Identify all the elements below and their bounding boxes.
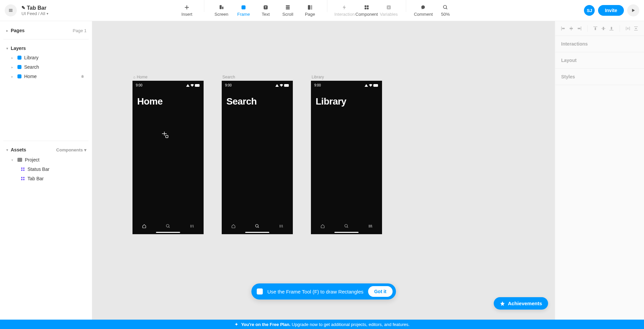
chevron-down-icon: ▾ <box>5 148 9 152</box>
svg-rect-31 <box>195 84 200 87</box>
play-button[interactable] <box>627 4 639 16</box>
frame-tool[interactable]: Frame <box>232 4 255 17</box>
styles-panel-header[interactable]: Styles <box>555 69 644 85</box>
layout-panel-header[interactable]: Layout <box>555 52 644 69</box>
bolt-icon <box>342 4 347 11</box>
svg-rect-56 <box>581 26 581 30</box>
svg-rect-63 <box>611 27 612 29</box>
svg-rect-16 <box>367 5 369 7</box>
layer-item-library[interactable]: ▸ Library <box>5 53 87 62</box>
svg-rect-26 <box>23 170 24 171</box>
page-tool[interactable]: Page <box>299 4 321 17</box>
layers-section-header[interactable]: ▾Layers <box>5 46 87 51</box>
svg-text:x: x <box>388 6 390 9</box>
component-tool[interactable]: Component <box>356 4 378 17</box>
pages-section-header[interactable]: ▸Pages Page 1 <box>5 28 87 33</box>
tab-library[interactable] <box>269 218 293 234</box>
home-indicator-icon <box>80 74 85 78</box>
distribute-v-icon[interactable] <box>633 26 639 31</box>
upgrade-banner[interactable]: ✦ You're on the Free Plan. Upgrade now t… <box>0 320 644 329</box>
align-hcenter-icon[interactable] <box>569 26 574 31</box>
svg-rect-52 <box>561 26 561 30</box>
artboard-frame[interactable]: 9:00Home <box>132 81 204 234</box>
left-sidebar: ▸Pages Page 1 ▾Layers ▸ Library ▸ <box>0 21 92 320</box>
svg-rect-58 <box>593 26 597 27</box>
asset-folder-project[interactable]: ▾ Project <box>5 155 87 164</box>
align-right-icon[interactable] <box>577 26 582 31</box>
svg-line-42 <box>282 225 282 227</box>
tab-home[interactable] <box>222 218 246 234</box>
tab-home[interactable] <box>132 218 156 234</box>
asset-component-status-bar[interactable]: Status Bar <box>5 164 87 174</box>
screen-title: Search <box>226 96 257 107</box>
component-icon <box>364 4 369 11</box>
design-canvas[interactable]: ⌂Home9:00HomeSearch9:00SearchLibrary9:00… <box>92 21 555 320</box>
distribute-h-icon[interactable] <box>625 26 631 31</box>
magnifier-icon <box>443 4 448 11</box>
layer-item-search[interactable]: ▸ Search <box>5 62 87 72</box>
artboard-search[interactable]: Search9:00Search <box>222 75 293 234</box>
svg-rect-53 <box>562 28 565 29</box>
artboard-home[interactable]: ⌂Home9:00Home <box>132 75 204 234</box>
svg-point-32 <box>166 224 169 227</box>
chevron-down-icon: ▾ <box>84 147 87 152</box>
topbar: ✎ Tab Bar UI Feed / All ▾ Insert Screen <box>0 0 644 21</box>
chevron-down-icon: ▾ <box>11 158 15 162</box>
interaction-tool: Interaction <box>333 4 356 17</box>
svg-rect-43 <box>373 84 378 87</box>
comment-tool[interactable]: Comment <box>412 4 434 17</box>
comment-icon <box>421 4 426 11</box>
svg-rect-65 <box>630 26 630 30</box>
align-bottom-icon[interactable] <box>609 26 614 31</box>
align-left-icon[interactable] <box>560 26 566 31</box>
home-indicator <box>156 232 180 233</box>
main-menu-button[interactable] <box>5 4 17 16</box>
artboard-label[interactable]: Library <box>311 75 382 79</box>
assets-section-header[interactable]: ▾Assets Components ▾ <box>5 147 87 152</box>
layer-item-home[interactable]: ▸ Home <box>5 72 87 81</box>
user-avatar[interactable]: SJ <box>584 5 595 16</box>
svg-line-48 <box>371 225 372 227</box>
screen-title: Home <box>137 96 163 107</box>
tab-library[interactable] <box>180 218 204 234</box>
align-vcenter-icon[interactable] <box>601 26 606 31</box>
interactions-panel-header[interactable]: Interactions <box>555 36 644 52</box>
frame-layer-icon <box>17 65 21 69</box>
artboard-frame[interactable]: 9:00Search <box>222 81 293 234</box>
align-top-icon[interactable] <box>593 26 598 31</box>
asset-component-tab-bar[interactable]: Tab Bar <box>5 174 87 183</box>
chevron-down-icon: ▾ <box>47 12 48 16</box>
assets-filter-dropdown[interactable]: Components ▾ <box>56 147 87 152</box>
breadcrumb[interactable]: UI Feed / All ▾ <box>21 11 48 16</box>
scroll-tool[interactable]: Scroll <box>277 4 299 17</box>
svg-rect-10 <box>286 5 290 6</box>
svg-rect-61 <box>603 27 604 30</box>
achievements-button[interactable]: Achievements <box>494 297 548 310</box>
status-icons <box>186 84 200 87</box>
home-indicator <box>334 232 359 233</box>
hint-dismiss-button[interactable]: Got it <box>368 286 392 297</box>
svg-rect-28 <box>23 177 24 178</box>
frame-layer-icon <box>17 74 21 78</box>
svg-rect-55 <box>570 28 573 29</box>
svg-point-38 <box>256 224 258 227</box>
file-title-block[interactable]: ✎ Tab Bar UI Feed / All ▾ <box>21 5 48 16</box>
zoom-control[interactable]: 50% <box>434 4 457 17</box>
artboard-label[interactable]: ⌂Home <box>132 75 204 79</box>
artboard-label[interactable]: Search <box>222 75 293 79</box>
tab-library[interactable] <box>358 218 382 234</box>
home-icon: ⌂ <box>133 75 136 79</box>
variables-tool: x Variables <box>378 4 400 17</box>
text-tool[interactable]: T Text <box>255 4 277 17</box>
invite-button[interactable]: Invite <box>598 5 624 16</box>
artboard-frame[interactable]: 9:00Library <box>311 81 382 234</box>
artboard-library[interactable]: Library9:00Library <box>311 75 382 234</box>
frame-layer-icon <box>17 56 21 60</box>
alignment-toolbar <box>555 21 644 36</box>
screen-tool[interactable]: Screen <box>210 4 232 17</box>
insert-tool[interactable]: Insert <box>176 4 198 17</box>
svg-line-45 <box>347 227 348 228</box>
tab-home[interactable] <box>311 218 335 234</box>
svg-line-22 <box>446 8 447 9</box>
svg-point-21 <box>443 5 446 8</box>
